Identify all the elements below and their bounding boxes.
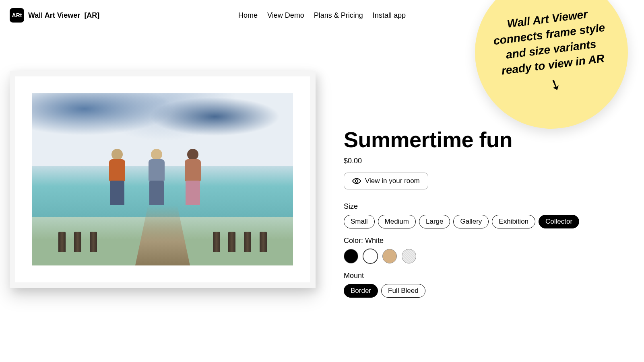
mount-option-border[interactable]: Border <box>344 284 378 298</box>
arrow-icon: ➘ <box>547 74 564 95</box>
main-nav: Home View Demo Plans & Pricing Install a… <box>238 11 406 20</box>
mount-options: BorderFull Bleed <box>344 284 634 298</box>
artwork-preview <box>10 47 320 306</box>
mat-border <box>21 82 304 277</box>
color-label: Color: White <box>344 237 634 245</box>
view-in-room-label: View in your room <box>365 177 420 185</box>
size-option-small[interactable]: Small <box>344 215 375 228</box>
painting-image <box>32 93 293 265</box>
color-group: Color: White <box>344 237 634 263</box>
brand-suffix: [AR] <box>84 11 99 20</box>
color-swatch-natural[interactable] <box>402 249 416 263</box>
color-swatch-oak[interactable] <box>382 249 397 263</box>
color-swatch-white[interactable] <box>363 249 378 263</box>
color-swatch-black[interactable] <box>344 249 358 263</box>
size-option-medium[interactable]: Medium <box>378 215 416 228</box>
mount-group: Mount BorderFull Bleed <box>344 272 634 298</box>
callout-text: Wall Art Viewer connects frame style and… <box>487 4 614 80</box>
color-swatches <box>344 249 634 263</box>
mount-label: Mount <box>344 272 634 280</box>
size-option-large[interactable]: Large <box>419 215 450 228</box>
size-group: Size SmallMediumLargeGalleryExhibitionCo… <box>344 202 634 228</box>
size-label: Size <box>344 202 634 211</box>
nav-demo[interactable]: View Demo <box>267 11 304 20</box>
nav-home[interactable]: Home <box>238 11 258 20</box>
brand-logo-group[interactable]: ARt Wall Art Viewer [AR] <box>10 8 99 23</box>
nav-install[interactable]: Install app <box>373 11 406 20</box>
brand-name: Wall Art Viewer <box>28 11 80 20</box>
size-option-gallery[interactable]: Gallery <box>453 215 489 228</box>
mount-option-full-bleed[interactable]: Full Bleed <box>381 284 425 298</box>
nav-pricing[interactable]: Plans & Pricing <box>314 11 363 20</box>
size-option-exhibition[interactable]: Exhibition <box>492 215 535 228</box>
art-frame[interactable] <box>10 71 316 288</box>
size-option-collector[interactable]: Collector <box>539 215 579 228</box>
product-title: Summertime fun <box>344 127 634 152</box>
view-in-room-button[interactable]: View in your room <box>344 173 428 189</box>
product-price: $0.00 <box>344 157 634 165</box>
eye-icon <box>352 178 361 184</box>
size-options: SmallMediumLargeGalleryExhibitionCollect… <box>344 215 634 228</box>
logo-icon: ARt <box>10 8 24 23</box>
svg-point-0 <box>355 180 358 182</box>
